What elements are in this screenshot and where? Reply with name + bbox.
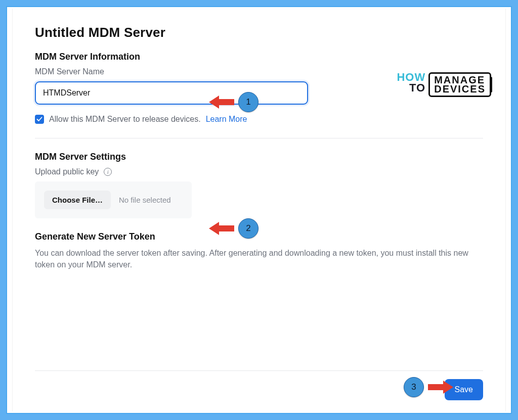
screenshot-frame: Untitled MDM Server MDM Server Informati… — [6, 6, 512, 414]
allow-release-label: Allow this MDM Server to release devices… — [49, 115, 201, 124]
upload-public-key-label: Upload public key — [35, 167, 99, 176]
check-icon — [36, 116, 42, 122]
mdm-name-input[interactable] — [35, 81, 308, 105]
save-button[interactable]: Save — [445, 379, 483, 400]
bottom-divider — [35, 370, 483, 371]
learn-more-link[interactable]: Learn More — [206, 115, 247, 124]
allow-release-row: Allow this MDM Server to release devices… — [35, 115, 483, 124]
generate-token-description: You can download the server token after … — [35, 247, 480, 270]
logo-to: TO — [397, 83, 425, 94]
section-divider — [35, 138, 483, 138]
logo-box: MANAGE DEVICES — [428, 72, 491, 97]
bottom-bar: Save — [35, 370, 483, 400]
mdm-server-card: Untitled MDM Server MDM Server Informati… — [12, 9, 506, 411]
token-section: Generate New Server Token You can downlo… — [35, 231, 483, 270]
logo-devices: DEVICES — [434, 84, 486, 94]
file-selected-status: No file selected — [119, 196, 171, 204]
page-title: Untitled MDM Server — [35, 25, 483, 40]
mdm-info-heading: MDM Server Information — [35, 52, 483, 62]
info-icon[interactable]: i — [104, 168, 112, 176]
file-upload-box: Choose File… No file selected — [35, 181, 192, 218]
generate-token-heading: Generate New Server Token — [35, 231, 483, 242]
howto-manage-devices-logo: HOW TO MANAGE DEVICES — [397, 72, 491, 97]
allow-release-checkbox[interactable] — [35, 115, 44, 124]
mdm-settings-heading: MDM Server Settings — [35, 152, 483, 162]
choose-file-button[interactable]: Choose File… — [44, 191, 111, 209]
